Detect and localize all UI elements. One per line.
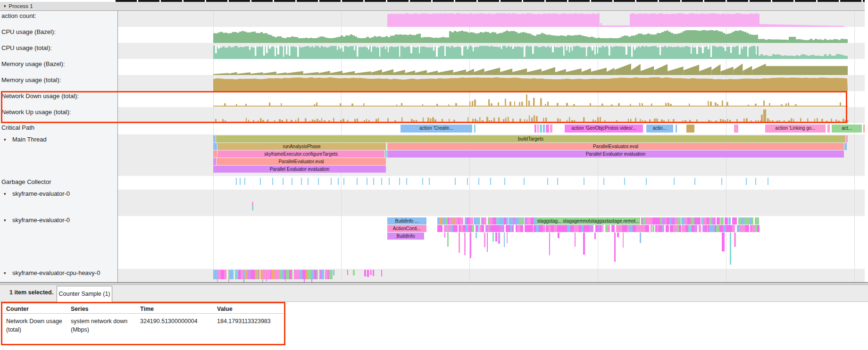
evaluator-slice[interactable] [470,217,473,225]
evaluator-slice[interactable] [506,217,508,225]
evaluator-labeled-slice[interactable]: BuildInfo ... [387,217,426,225]
gc-event-tick[interactable] [504,178,505,185]
evaluator-slice[interactable] [474,217,477,225]
evaluator-slice[interactable] [512,225,514,232]
CPU-usage-total-chart[interactable] [118,43,865,59]
gc-event-tick[interactable] [406,178,407,185]
critical-path-slice[interactable] [827,125,830,133]
gc-event-tick[interactable] [381,178,382,185]
evaluator-slice[interactable] [656,217,659,225]
evaluator-hang-slice[interactable] [558,233,559,238]
gc-event-tick[interactable] [768,178,768,185]
main-thread-slice[interactable]: Parallel Evaluator evaluation [387,150,844,158]
gc-event-tick[interactable] [694,178,695,185]
evaluator-hang-slice[interactable] [464,233,466,255]
cpu-heavy-slice[interactable] [266,279,267,281]
evaluator-slice[interactable] [633,225,636,232]
evaluator-hang-slice[interactable] [730,233,731,265]
evaluator-hang-slice[interactable] [444,233,445,238]
gc-event-tick[interactable] [429,178,430,185]
tab-counter-sample[interactable]: Counter Sample (1) [57,286,112,302]
evaluator-labeled-slice[interactable]: ActionConti... [387,225,426,232]
gc-event-tick[interactable] [547,178,548,185]
critical-path-slice[interactable] [550,125,552,133]
critical-path-slice[interactable] [686,125,694,133]
evaluator-slice[interactable] [532,225,533,232]
cpu-heavy-slice[interactable] [308,270,311,279]
gc-event-tick[interactable] [343,178,344,185]
main-thread-slice[interactable]: Parallel Evaluator evaluation [213,166,386,173]
cpu-heavy-slice[interactable] [217,270,221,279]
evaluator-hang-slice[interactable] [617,233,619,237]
cpu-heavy-slice[interactable] [285,279,286,281]
cpu-heavy-slice[interactable] [322,270,325,279]
evaluator-slice[interactable] [608,225,610,232]
evaluator-hang-slice[interactable] [476,233,477,238]
disclosure-triangle-icon[interactable]: ▾ [1,271,12,275]
section-main-thread[interactable]: ▾Main Thread [1,136,47,143]
evaluator-hang-slice[interactable] [623,233,624,248]
cpu-heavy-slice[interactable] [353,270,355,275]
cpu-heavy-slice[interactable] [297,270,300,279]
evaluator-slice[interactable] [687,217,691,225]
evaluator-slice[interactable] [643,217,646,225]
gc-event-tick[interactable] [367,178,367,185]
evaluator-slice[interactable] [649,217,652,225]
evaluator-slice[interactable] [714,217,716,225]
evaluator-slice[interactable] [484,217,486,225]
section-skyframe-evaluator-cpu-heavy[interactable]: ▾skyframe-evaluator-cpu-heavy-0 [1,269,100,276]
disclosure-triangle-icon[interactable]: ▾ [1,137,12,142]
critical-path-slice[interactable]: action 'Linking go... [765,125,826,133]
evaluator-hang-slice[interactable] [447,233,449,247]
evaluator-hang-slice[interactable] [640,233,641,243]
evaluator-hang-slice[interactable] [575,233,576,247]
evaluator-slice[interactable] [699,225,701,232]
evaluator-hang-slice[interactable] [734,233,736,247]
evaluator-slice[interactable] [663,225,664,232]
cpu-heavy-slice[interactable] [286,270,289,279]
evaluator-slice[interactable] [716,225,720,232]
evaluator-slice[interactable] [645,225,649,232]
evaluator-stage-slice[interactable]: staggstag... stagagemnotstaggastastage.r… [536,217,640,225]
cpu-heavy-slice[interactable] [317,270,318,279]
critical-path-slice[interactable] [543,125,545,133]
gc-event-tick[interactable] [260,178,261,185]
evaluator-slice[interactable] [720,217,724,225]
gc-event-tick[interactable] [603,178,604,185]
main-thread-slice[interactable] [385,150,387,158]
main-thread-slice[interactable]: skyframeExecutor.configureTargets [217,150,384,158]
evaluator-slice[interactable] [619,225,622,232]
evaluator-slice[interactable] [602,225,604,232]
evaluator-slice[interactable] [729,225,732,232]
cpu-heavy-slice[interactable] [373,270,374,276]
evaluator-hang-slice[interactable] [594,233,596,239]
evaluator-slice[interactable] [751,217,753,225]
evaluator-slice[interactable] [457,225,458,232]
cpu-heavy-slice[interactable] [292,270,292,279]
cpu-heavy-slice[interactable] [259,270,259,279]
evaluator-slice[interactable] [670,225,673,232]
gc-event-tick[interactable] [755,178,756,185]
gc-event-tick[interactable] [318,178,319,185]
main-thread-slice[interactable]: runAnalysisPhase [217,143,386,150]
evaluator-slice[interactable] [629,225,632,232]
evaluator-slice[interactable] [732,225,735,232]
section-skyframe-evaluator-0-a[interactable]: ▾skyframe-evaluator-0 [1,190,70,197]
evaluator-hang-slice[interactable] [484,233,485,247]
gc-event-tick[interactable] [422,178,423,185]
evaluator-slice[interactable] [528,225,532,232]
main-thread-slice[interactable]: ParallelEvaluator.eval [217,158,386,165]
cpu-heavy-slice[interactable] [231,270,234,279]
evaluator-slice[interactable] [459,217,463,225]
critical-path-slice[interactable]: action 'GenObjcProtos video/... [565,125,643,133]
evaluator-slice[interactable] [513,217,516,225]
evaluator-slice[interactable] [467,217,470,225]
cpu-heavy-slice[interactable] [333,270,334,275]
gc-event-tick[interactable] [292,178,292,185]
disclosure-triangle-icon[interactable]: ▾ [1,192,12,196]
evaluator-slice[interactable] [611,225,614,232]
gc-event-tick[interactable] [373,178,374,185]
evaluator-slice[interactable] [472,225,474,232]
action-count-chart[interactable] [118,11,865,27]
evaluator-slice[interactable] [639,225,643,232]
